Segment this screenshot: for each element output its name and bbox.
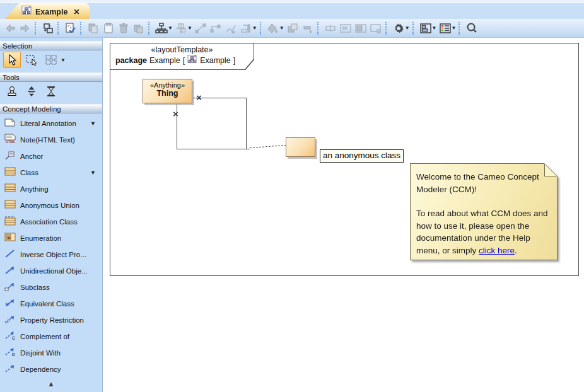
select-cursor-icon[interactable] (3, 52, 21, 68)
frame-stereotype: «layoutTemplate» (110, 45, 254, 54)
format-painter-icon[interactable] (300, 21, 315, 36)
toolbar-separator (412, 22, 415, 35)
align-shapes-icon[interactable] (173, 21, 189, 36)
blue-line-icon (4, 249, 16, 261)
association-edge-right[interactable] (246, 98, 247, 149)
palette-item-inverse-object-property[interactable]: Inverse Object Pro... (0, 246, 102, 263)
marquee-select-icon[interactable] (23, 52, 40, 68)
reset-edges-icon[interactable] (238, 21, 254, 36)
tab-close-icon[interactable]: ✕ (73, 8, 79, 16)
display-options-dropdown-icon[interactable]: ▼ (405, 25, 410, 31)
vertical-compress-icon[interactable] (42, 83, 60, 100)
frame-name: Example (149, 56, 180, 65)
frame-ref-name: Example (200, 56, 231, 65)
palette-item-equivalent-class[interactable]: Equivalent Class (0, 296, 102, 312)
anonymous-class-dashed-edge[interactable] (250, 145, 286, 148)
palette-item-association-class[interactable]: Association Class (0, 214, 102, 230)
palette-item-anonymous-union[interactable]: Anonymous Union (0, 197, 102, 214)
draw-line-icon[interactable] (193, 21, 208, 36)
select-in-containment-tree-icon[interactable] (40, 21, 55, 36)
legend-dropdown-icon[interactable]: ▼ (452, 25, 457, 31)
welcome-note-text: Welcome to the Cameo Concept Modeler (CC… (416, 171, 549, 257)
palette-item-unidirectional-object-property[interactable]: Unidirectional Obje... (0, 263, 102, 279)
paste-icon[interactable] (101, 21, 116, 36)
make-same-width-icon[interactable] (323, 21, 338, 36)
palette-item-complement-of[interactable]: C Complement of (0, 328, 102, 345)
blue-arrow-icon (4, 265, 16, 277)
class-dropdown-icon[interactable]: ▼ (90, 170, 96, 176)
bring-forward-icon[interactable] (285, 21, 300, 36)
copy-icon[interactable] (86, 21, 101, 36)
concept-modeling-item-list: Literal Annotation ▼ HTML Note(HTML Text… (0, 115, 102, 378)
svg-text:D: D (12, 352, 15, 357)
click-here-link[interactable]: click here (479, 246, 515, 255)
palette-sidebar: Selection ▼ Tools Concept (0, 38, 103, 392)
layout-hierarchy-icon[interactable] (154, 21, 169, 36)
show-window-icon[interactable] (368, 21, 383, 36)
delete-icon[interactable] (116, 21, 131, 36)
svg-text:HTML: HTML (6, 140, 16, 144)
class-diagram-icon (187, 55, 197, 66)
compartments-icon[interactable] (338, 21, 353, 36)
diagram-tab-bar: Example ✕ (0, 3, 584, 19)
anonymous-class-label[interactable]: an anonymous class (320, 149, 404, 163)
align-dropdown-icon[interactable]: ▼ (187, 25, 192, 31)
forward-icon[interactable] (18, 21, 33, 36)
palette-scroll-up-icon[interactable]: ▲ (0, 380, 102, 388)
draw-path-icon[interactable] (208, 21, 223, 36)
tab-example[interactable]: Example ✕ (4, 3, 90, 20)
fill-color-dropdown-icon[interactable]: ▼ (279, 25, 284, 31)
paste-with-style-icon[interactable] (131, 21, 146, 36)
diagram-toolbar: ▼ ▼ ▼ ▼ ▼ ▼ ▼ (0, 19, 584, 38)
package-frame-header[interactable]: «layoutTemplate» package Example [ Examp… (110, 43, 254, 70)
enumeration-icon: E (4, 233, 16, 244)
palette-item-class[interactable]: Class ▼ (0, 164, 102, 181)
display-options-gear-icon[interactable] (391, 21, 406, 36)
svg-text:E: E (8, 234, 11, 240)
anonymous-class-shape[interactable] (286, 137, 315, 157)
palette-item-subclass[interactable]: Subclass (0, 279, 102, 296)
reset-edges-dropdown-icon[interactable]: ▼ (252, 25, 257, 31)
diagram-layout-dropdown-icon[interactable]: ▼ (432, 25, 437, 31)
thing-name: Thing (143, 89, 192, 98)
palette-item-anchor[interactable]: Anchor (0, 148, 102, 164)
thing-stereotype: «Anything» (143, 81, 192, 89)
diagram-layout-icon[interactable] (418, 21, 433, 36)
palette-item-anything[interactable]: Anything (0, 181, 102, 197)
diagram-canvas[interactable]: «layoutTemplate» package Example [ Examp… (103, 38, 584, 392)
note-paragraph-2: To read about what CCM does and how to u… (416, 207, 549, 257)
draw-oblique-path-icon[interactable] (223, 21, 238, 36)
toolbar-separator (317, 22, 320, 35)
toolbar-separator (260, 22, 262, 35)
thing-class-shape[interactable]: «Anything» Thing (143, 79, 192, 103)
double-arrow-icon (4, 298, 16, 310)
palette-item-enumeration[interactable]: E Enumeration (0, 230, 102, 246)
section-header-concept-modeling[interactable]: Concept Modeling (0, 104, 102, 113)
svg-text:C: C (12, 336, 15, 340)
vertical-spread-icon[interactable] (23, 83, 40, 100)
palette-item-dependency[interactable]: Dependency (0, 361, 102, 378)
application-window: Example ✕ ▼ ▼ ▼ ▼ (0, 0, 584, 392)
stamp-mode-icon[interactable] (3, 83, 21, 100)
layout-dropdown-icon[interactable]: ▼ (168, 25, 173, 31)
association-edge-bottom[interactable] (177, 149, 250, 149)
welcome-note[interactable]: Welcome to the Cameo Concept Modeler (CC… (410, 163, 558, 260)
multi-select-dropdown-icon[interactable]: ▼ (61, 57, 66, 63)
literal-annotation-dropdown-icon[interactable]: ▼ (90, 120, 96, 127)
image-shape-icon[interactable] (353, 21, 368, 36)
toolbar-separator (385, 22, 388, 35)
palette-item-note-html[interactable]: HTML Note(HTML Text) (0, 132, 102, 148)
section-header-selection[interactable]: Selection (0, 41, 102, 50)
palette-item-property-restriction[interactable]: Property Restriction (0, 312, 102, 328)
fill-color-icon[interactable] (266, 21, 281, 36)
legend-icon[interactable] (438, 21, 453, 36)
zoom-search-icon[interactable] (464, 21, 479, 36)
section-header-tools[interactable]: Tools (0, 72, 102, 82)
palette-item-disjoint-with[interactable]: D Disjoint With (0, 345, 102, 361)
selection-tool-row: ▼ (0, 50, 102, 69)
multi-select-icon[interactable] (42, 52, 60, 68)
back-icon[interactable] (3, 21, 18, 36)
palette-item-literal-annotation[interactable]: Literal Annotation ▼ (0, 115, 102, 132)
association-end-x-marker: × (196, 93, 202, 102)
validate-diagram-icon[interactable] (63, 21, 78, 36)
